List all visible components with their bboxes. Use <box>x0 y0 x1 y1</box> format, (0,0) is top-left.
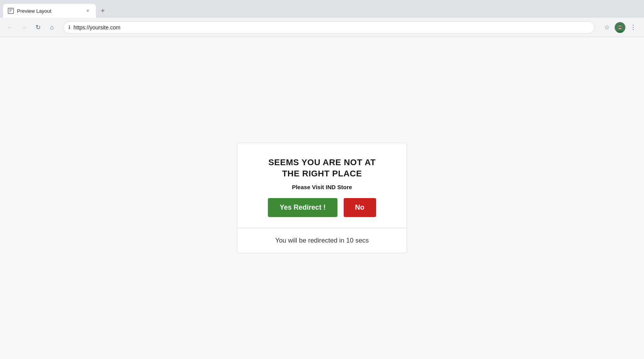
countdown-text: You will be redirected in 10 secs <box>275 237 369 244</box>
page-content: SEEMS YOU ARE NOT AT THE RIGHT PLACE Ple… <box>0 37 644 359</box>
tab-page-icon <box>8 8 14 14</box>
back-button[interactable]: ← <box>5 22 15 33</box>
forward-button[interactable]: → <box>19 22 29 33</box>
dialog-buttons: Yes Redirect ! No <box>268 198 376 217</box>
dialog-bottom-section: You will be redirected in 10 secs <box>237 228 407 253</box>
more-button[interactable]: ⋮ <box>627 21 639 34</box>
url-display: https://yoursite.com <box>73 24 589 31</box>
svg-rect-9 <box>620 27 622 28</box>
tab-title: Preview Layout <box>17 8 81 14</box>
browser-window: Preview Layout × + ← → ↻ ⌂ ℹ https://you… <box>0 0 644 359</box>
no-button[interactable]: No <box>344 198 376 217</box>
svg-rect-8 <box>618 27 620 28</box>
info-icon: ℹ <box>68 24 70 30</box>
dialog-top-section: SEEMS YOU ARE NOT AT THE RIGHT PLACE Ple… <box>237 143 407 228</box>
svg-rect-0 <box>8 8 14 14</box>
redirect-dialog: SEEMS YOU ARE NOT AT THE RIGHT PLACE Ple… <box>237 143 407 253</box>
tab-close-button[interactable]: × <box>84 7 91 14</box>
address-bar[interactable]: ℹ https://yoursite.com <box>63 21 595 34</box>
bookmark-button[interactable]: ☆ <box>601 21 613 34</box>
reload-button[interactable]: ↻ <box>32 22 43 33</box>
new-tab-button[interactable]: + <box>97 5 108 16</box>
tab-bar: Preview Layout × + <box>0 0 644 18</box>
user-avatar[interactable] <box>615 22 625 33</box>
toolbar-actions: ☆ <box>601 21 639 34</box>
browser-toolbar: ← → ↻ ⌂ ℹ https://yoursite.com ☆ <box>0 18 644 37</box>
home-button[interactable]: ⌂ <box>46 22 57 33</box>
browser-tab[interactable]: Preview Layout × <box>3 4 96 18</box>
dialog-subtext: Please Visit IND Store <box>292 184 352 190</box>
yes-redirect-button[interactable]: Yes Redirect ! <box>268 198 337 217</box>
dialog-heading: SEEMS YOU ARE NOT AT THE RIGHT PLACE <box>268 157 376 179</box>
